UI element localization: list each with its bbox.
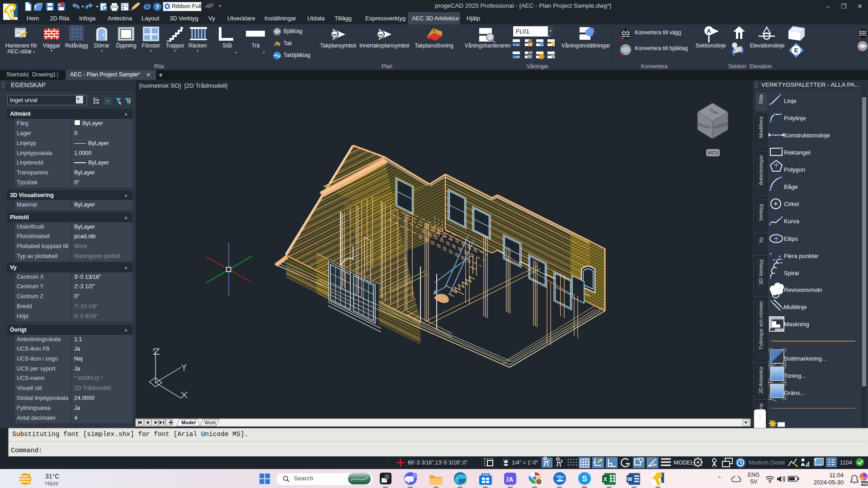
svg-text:MODEL: MODEL (674, 460, 694, 466)
svg-text:W: W (627, 476, 632, 483)
svg-text:RP: RP (332, 33, 337, 37)
svg-text:A: A (707, 28, 711, 34)
svg-text:S: S (582, 474, 587, 483)
svg-text:Medium Detail: Medium Detail (749, 460, 785, 466)
svg-text:WCS: WCS (708, 150, 719, 155)
svg-text:DP: DP (378, 33, 383, 37)
svg-text:/A: /A (507, 475, 514, 483)
svg-text:X: X (604, 476, 607, 483)
svg-text:Work: Work (204, 420, 216, 425)
svg-text:Model: Model (181, 420, 196, 425)
svg-text:PRE: PRE (861, 482, 868, 486)
svg-text:E: E (794, 47, 798, 54)
svg-text:1104: 1104 (840, 460, 852, 466)
svg-text:1/4" = 1'-0": 1/4" = 1'-0" (512, 460, 538, 466)
svg-text:?: ? (156, 4, 159, 10)
